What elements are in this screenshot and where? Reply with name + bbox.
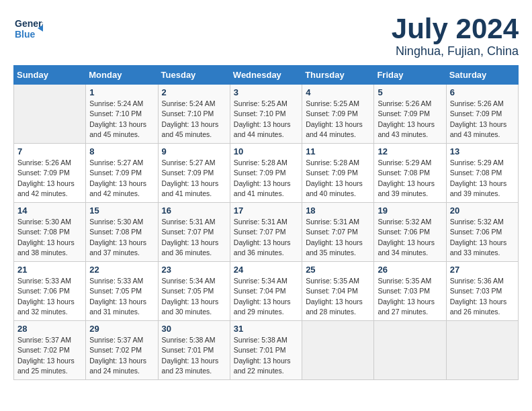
day-info: Sunrise: 5:38 AM Sunset: 7:01 PM Dayligh… <box>234 335 298 376</box>
weekday-header-row: SundayMondayTuesdayWednesdayThursdayFrid… <box>14 66 519 85</box>
calendar-cell: 18Sunrise: 5:31 AM Sunset: 7:07 PM Dayli… <box>302 203 374 262</box>
day-info: Sunrise: 5:27 AM Sunset: 7:09 PM Dayligh… <box>89 158 154 199</box>
day-number: 30 <box>162 324 226 334</box>
day-number: 23 <box>162 265 226 275</box>
day-info: Sunrise: 5:30 AM Sunset: 7:08 PM Dayligh… <box>17 217 82 258</box>
calendar-cell: 17Sunrise: 5:31 AM Sunset: 7:07 PM Dayli… <box>230 203 302 262</box>
svg-text:General: General <box>15 18 43 29</box>
calendar-cell: 13Sunrise: 5:29 AM Sunset: 7:08 PM Dayli… <box>446 144 518 203</box>
day-info: Sunrise: 5:37 AM Sunset: 7:02 PM Dayligh… <box>89 335 154 376</box>
logo: General Blue <box>13 13 43 43</box>
day-info: Sunrise: 5:35 AM Sunset: 7:04 PM Dayligh… <box>306 276 370 317</box>
day-number: 7 <box>17 146 82 156</box>
svg-text:Blue: Blue <box>15 29 36 40</box>
day-info: Sunrise: 5:32 AM Sunset: 7:06 PM Dayligh… <box>378 217 442 258</box>
day-number: 6 <box>450 87 515 97</box>
day-info: Sunrise: 5:25 AM Sunset: 7:09 PM Dayligh… <box>306 99 370 140</box>
day-number: 17 <box>234 205 298 216</box>
weekday-header-thursday: Thursday <box>302 66 374 85</box>
day-number: 12 <box>378 146 442 156</box>
day-info: Sunrise: 5:38 AM Sunset: 7:01 PM Dayligh… <box>162 335 226 376</box>
calendar-cell: 28Sunrise: 5:37 AM Sunset: 7:02 PM Dayli… <box>14 321 86 380</box>
calendar-cell: 20Sunrise: 5:32 AM Sunset: 7:06 PM Dayli… <box>446 203 518 262</box>
day-info: Sunrise: 5:26 AM Sunset: 7:09 PM Dayligh… <box>17 158 82 199</box>
calendar-cell: 14Sunrise: 5:30 AM Sunset: 7:08 PM Dayli… <box>14 203 86 262</box>
calendar-cell: 3Sunrise: 5:25 AM Sunset: 7:10 PM Daylig… <box>230 85 302 144</box>
calendar-cell <box>302 321 374 380</box>
day-number: 11 <box>306 146 370 156</box>
calendar-cell: 31Sunrise: 5:38 AM Sunset: 7:01 PM Dayli… <box>230 321 302 380</box>
day-number: 14 <box>17 205 82 216</box>
calendar-cell: 2Sunrise: 5:24 AM Sunset: 7:10 PM Daylig… <box>158 85 230 144</box>
calendar-cell: 26Sunrise: 5:35 AM Sunset: 7:03 PM Dayli… <box>374 262 446 321</box>
day-info: Sunrise: 5:31 AM Sunset: 7:07 PM Dayligh… <box>234 217 298 258</box>
day-number: 28 <box>17 324 82 334</box>
day-number: 13 <box>450 146 515 156</box>
day-number: 22 <box>89 265 154 275</box>
calendar-cell: 8Sunrise: 5:27 AM Sunset: 7:09 PM Daylig… <box>86 144 158 203</box>
calendar-cell: 16Sunrise: 5:31 AM Sunset: 7:07 PM Dayli… <box>158 203 230 262</box>
calendar-cell: 27Sunrise: 5:36 AM Sunset: 7:03 PM Dayli… <box>446 262 518 321</box>
calendar-cell: 15Sunrise: 5:30 AM Sunset: 7:08 PM Dayli… <box>86 203 158 262</box>
calendar-cell: 19Sunrise: 5:32 AM Sunset: 7:06 PM Dayli… <box>374 203 446 262</box>
day-info: Sunrise: 5:28 AM Sunset: 7:09 PM Dayligh… <box>306 158 370 199</box>
calendar-cell: 29Sunrise: 5:37 AM Sunset: 7:02 PM Dayli… <box>86 321 158 380</box>
day-number: 19 <box>378 205 442 216</box>
calendar-cell: 11Sunrise: 5:28 AM Sunset: 7:09 PM Dayli… <box>302 144 374 203</box>
day-number: 24 <box>234 265 298 275</box>
day-info: Sunrise: 5:31 AM Sunset: 7:07 PM Dayligh… <box>306 217 370 258</box>
weekday-header-saturday: Saturday <box>446 66 518 85</box>
day-number: 26 <box>378 265 442 275</box>
day-number: 4 <box>306 87 370 97</box>
day-info: Sunrise: 5:27 AM Sunset: 7:09 PM Dayligh… <box>162 158 226 199</box>
calendar-cell: 23Sunrise: 5:34 AM Sunset: 7:05 PM Dayli… <box>158 262 230 321</box>
day-info: Sunrise: 5:34 AM Sunset: 7:04 PM Dayligh… <box>234 276 298 317</box>
calendar-week-row: 28Sunrise: 5:37 AM Sunset: 7:02 PM Dayli… <box>14 321 519 380</box>
day-info: Sunrise: 5:30 AM Sunset: 7:08 PM Dayligh… <box>89 217 154 258</box>
day-number: 18 <box>306 205 370 216</box>
calendar-cell: 7Sunrise: 5:26 AM Sunset: 7:09 PM Daylig… <box>14 144 86 203</box>
calendar-cell: 25Sunrise: 5:35 AM Sunset: 7:04 PM Dayli… <box>302 262 374 321</box>
day-number: 2 <box>162 87 226 97</box>
calendar-cell: 22Sunrise: 5:33 AM Sunset: 7:05 PM Dayli… <box>86 262 158 321</box>
calendar-week-row: 14Sunrise: 5:30 AM Sunset: 7:08 PM Dayli… <box>14 203 519 262</box>
day-number: 15 <box>89 205 154 216</box>
calendar-cell: 9Sunrise: 5:27 AM Sunset: 7:09 PM Daylig… <box>158 144 230 203</box>
day-info: Sunrise: 5:25 AM Sunset: 7:10 PM Dayligh… <box>234 99 298 140</box>
calendar-cell: 30Sunrise: 5:38 AM Sunset: 7:01 PM Dayli… <box>158 321 230 380</box>
day-info: Sunrise: 5:26 AM Sunset: 7:09 PM Dayligh… <box>378 99 442 140</box>
calendar-cell <box>14 85 86 144</box>
calendar-cell: 24Sunrise: 5:34 AM Sunset: 7:04 PM Dayli… <box>230 262 302 321</box>
day-info: Sunrise: 5:29 AM Sunset: 7:08 PM Dayligh… <box>450 158 515 199</box>
day-info: Sunrise: 5:35 AM Sunset: 7:03 PM Dayligh… <box>378 276 442 317</box>
weekday-header-monday: Monday <box>86 66 158 85</box>
calendar-cell <box>446 321 518 380</box>
calendar-week-row: 21Sunrise: 5:33 AM Sunset: 7:06 PM Dayli… <box>14 262 519 321</box>
day-number: 25 <box>306 265 370 275</box>
day-info: Sunrise: 5:32 AM Sunset: 7:06 PM Dayligh… <box>450 217 515 258</box>
calendar-week-row: 7Sunrise: 5:26 AM Sunset: 7:09 PM Daylig… <box>14 144 519 203</box>
day-number: 31 <box>234 324 298 334</box>
day-number: 3 <box>234 87 298 97</box>
weekday-header-wednesday: Wednesday <box>230 66 302 85</box>
calendar-table: SundayMondayTuesdayWednesdayThursdayFrid… <box>13 65 519 380</box>
day-number: 16 <box>162 205 226 216</box>
calendar-cell: 4Sunrise: 5:25 AM Sunset: 7:09 PM Daylig… <box>302 85 374 144</box>
day-number: 10 <box>234 146 298 156</box>
day-number: 27 <box>450 265 515 275</box>
day-info: Sunrise: 5:36 AM Sunset: 7:03 PM Dayligh… <box>450 276 515 317</box>
month-title: July 2024 <box>392 13 519 44</box>
calendar-cell: 1Sunrise: 5:24 AM Sunset: 7:10 PM Daylig… <box>86 85 158 144</box>
day-number: 8 <box>89 146 154 156</box>
calendar-cell: 5Sunrise: 5:26 AM Sunset: 7:09 PM Daylig… <box>374 85 446 144</box>
day-number: 29 <box>89 324 154 334</box>
header: General Blue July 2024 Ninghua, Fujian, … <box>13 13 519 58</box>
calendar-cell <box>374 321 446 380</box>
day-number: 1 <box>89 87 154 97</box>
calendar-cell: 6Sunrise: 5:26 AM Sunset: 7:09 PM Daylig… <box>446 85 518 144</box>
day-info: Sunrise: 5:33 AM Sunset: 7:06 PM Dayligh… <box>17 276 82 317</box>
weekday-header-friday: Friday <box>374 66 446 85</box>
logo-icon: General Blue <box>13 13 43 43</box>
day-info: Sunrise: 5:26 AM Sunset: 7:09 PM Dayligh… <box>450 99 515 140</box>
day-info: Sunrise: 5:24 AM Sunset: 7:10 PM Dayligh… <box>162 99 226 140</box>
